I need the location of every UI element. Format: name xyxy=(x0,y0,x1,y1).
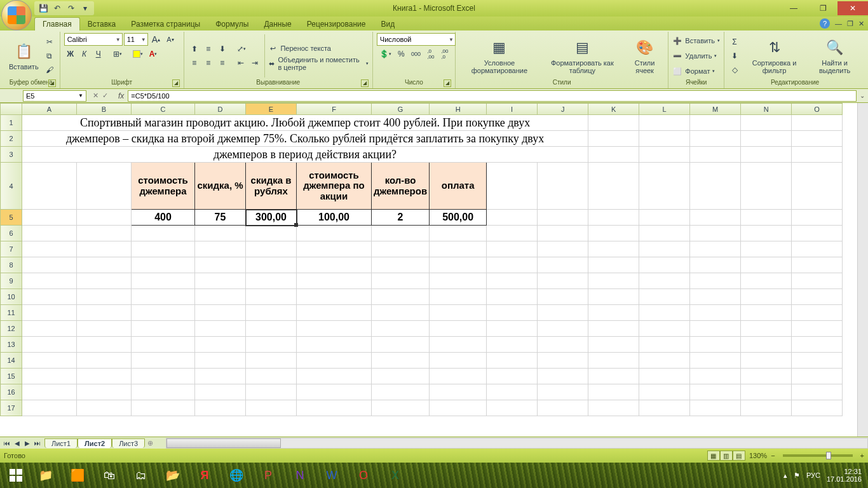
cell[interactable] xyxy=(639,289,690,305)
cell[interactable] xyxy=(246,241,297,257)
cell[interactable] xyxy=(487,321,538,337)
cell[interactable] xyxy=(690,273,741,289)
clear-button[interactable]: ◇ xyxy=(728,64,741,76)
cell[interactable] xyxy=(639,369,690,384)
cell[interactable] xyxy=(22,384,77,400)
insert-cells-button[interactable]: ➕Вставить▾ xyxy=(672,34,720,48)
cell[interactable] xyxy=(487,337,538,353)
row-header-6[interactable]: 6 xyxy=(1,226,22,241)
cell[interactable] xyxy=(639,210,690,226)
column-header-O[interactable]: O xyxy=(792,104,843,115)
cell[interactable] xyxy=(430,369,487,384)
cell[interactable] xyxy=(741,226,792,241)
cell[interactable] xyxy=(195,257,246,273)
cell[interactable] xyxy=(792,163,843,210)
cell[interactable] xyxy=(792,131,843,147)
cell[interactable] xyxy=(195,289,246,305)
cell[interactable] xyxy=(690,131,741,147)
cell[interactable] xyxy=(588,353,639,369)
cell[interactable] xyxy=(372,369,430,384)
cell[interactable] xyxy=(538,400,588,416)
column-header-J[interactable]: J xyxy=(538,104,588,115)
tray-clock[interactable]: 12:3117.01.2016 xyxy=(827,468,862,483)
cell[interactable] xyxy=(639,353,690,369)
cell[interactable] xyxy=(741,321,792,337)
cell[interactable] xyxy=(132,384,195,400)
cell[interactable] xyxy=(195,400,246,416)
cell[interactable] xyxy=(538,337,588,353)
row-header-2[interactable]: 2 xyxy=(1,131,22,147)
row-header-15[interactable]: 15 xyxy=(1,369,22,384)
cell[interactable] xyxy=(297,241,372,257)
cell[interactable] xyxy=(297,321,372,337)
cell[interactable] xyxy=(22,337,77,353)
align-bottom-button[interactable]: ⬇ xyxy=(216,43,229,55)
table-value-1[interactable]: 75 xyxy=(195,210,246,226)
taskbar-app-9[interactable]: N xyxy=(285,464,315,486)
align-top-button[interactable]: ⬆ xyxy=(188,43,201,55)
cell[interactable] xyxy=(77,241,132,257)
tray-flag-icon[interactable]: ⚑ xyxy=(794,471,800,480)
taskbar-app-4[interactable]: 🗂 xyxy=(126,464,156,486)
format-cells-button[interactable]: ⬜Формат▾ xyxy=(672,64,720,78)
tab-review[interactable]: Рецензирование xyxy=(299,18,374,30)
cell[interactable] xyxy=(132,400,195,416)
cell[interactable] xyxy=(741,289,792,305)
cell[interactable] xyxy=(741,115,792,131)
table-header-0[interactable]: стоимость джемпера xyxy=(132,163,195,210)
cell[interactable] xyxy=(588,384,639,400)
grow-font-button[interactable]: A▴ xyxy=(149,33,163,46)
qat-more-icon[interactable]: ▾ xyxy=(80,3,90,13)
cell[interactable] xyxy=(132,369,195,384)
cell[interactable] xyxy=(639,131,690,147)
cell[interactable] xyxy=(430,273,487,289)
cell[interactable] xyxy=(297,353,372,369)
cell[interactable] xyxy=(588,210,639,226)
orientation-button[interactable]: ⤢▾ xyxy=(234,43,248,55)
cell[interactable] xyxy=(487,210,538,226)
merge-center-button[interactable]: ⬌Объединить и поместить в центре▾ xyxy=(268,57,368,71)
table-header-4[interactable]: кол-во джемперов xyxy=(372,163,430,210)
vertical-scrollbar[interactable] xyxy=(857,103,868,437)
column-header-N[interactable]: N xyxy=(741,104,792,115)
cell[interactable] xyxy=(792,289,843,305)
cell[interactable] xyxy=(430,321,487,337)
cell[interactable] xyxy=(538,241,588,257)
cell[interactable] xyxy=(297,305,372,321)
cell[interactable] xyxy=(22,163,77,210)
cell[interactable] xyxy=(792,115,843,131)
cell[interactable] xyxy=(690,241,741,257)
cell[interactable] xyxy=(639,257,690,273)
cell[interactable] xyxy=(690,147,741,163)
font-dialog-icon[interactable]: ◢ xyxy=(172,79,180,87)
cell[interactable] xyxy=(132,241,195,257)
cell[interactable] xyxy=(77,257,132,273)
cell[interactable] xyxy=(132,337,195,353)
cell[interactable] xyxy=(487,305,538,321)
taskbar-app-word[interactable]: W xyxy=(316,464,347,486)
cell[interactable] xyxy=(690,369,741,384)
start-button[interactable] xyxy=(3,464,29,486)
cell[interactable] xyxy=(246,337,297,353)
cell[interactable] xyxy=(487,289,538,305)
tray-up-icon[interactable]: ▴ xyxy=(783,471,787,480)
tab-page-layout[interactable]: Разметка страницы xyxy=(123,18,208,30)
cell[interactable] xyxy=(639,226,690,241)
cell[interactable] xyxy=(792,353,843,369)
row-header-8[interactable]: 8 xyxy=(1,257,22,273)
cell[interactable] xyxy=(132,226,195,241)
table-value-5[interactable]: 500,00 xyxy=(430,210,487,226)
cut-button[interactable]: ✂ xyxy=(43,36,56,48)
cell[interactable] xyxy=(588,305,639,321)
comma-format-button[interactable]: 000 xyxy=(409,48,423,60)
cell[interactable] xyxy=(639,241,690,257)
column-header-H[interactable]: H xyxy=(430,104,487,115)
row-header-5[interactable]: 5 xyxy=(1,210,22,226)
cell[interactable] xyxy=(246,384,297,400)
cell[interactable] xyxy=(487,163,538,210)
cell[interactable] xyxy=(22,273,77,289)
cell[interactable] xyxy=(639,273,690,289)
cell[interactable] xyxy=(195,369,246,384)
tab-formulas[interactable]: Формулы xyxy=(208,18,256,30)
cell[interactable] xyxy=(372,241,430,257)
